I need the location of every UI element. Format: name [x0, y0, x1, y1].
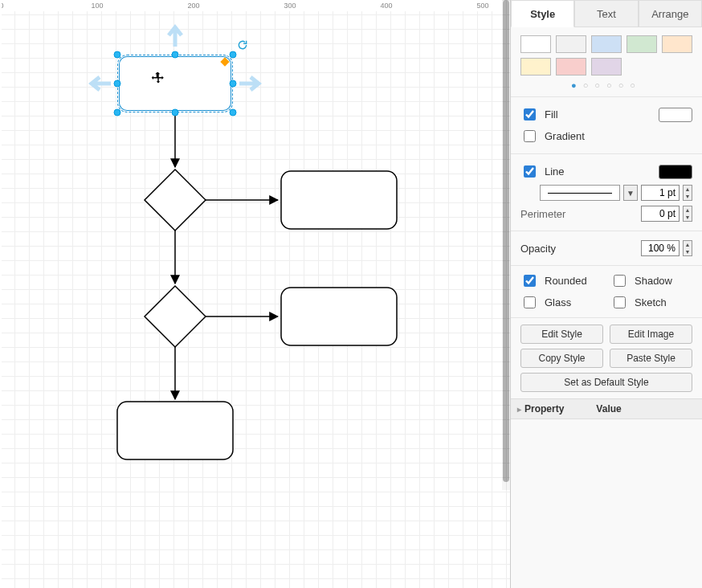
ghost-arrow-left-icon[interactable] — [87, 74, 111, 96]
process-shape[interactable] — [281, 171, 397, 229]
resize-handle-ne[interactable] — [230, 51, 237, 59]
paste-style-button[interactable]: Paste Style — [610, 349, 692, 368]
perimeter-input[interactable] — [641, 206, 680, 222]
perimeter-stepper[interactable]: ▲▼ — [683, 206, 692, 222]
copy-style-button[interactable]: Copy Style — [520, 349, 603, 368]
opacity-input[interactable] — [641, 240, 680, 256]
resize-handle-se[interactable] — [230, 109, 237, 116]
property-header-label: Property — [517, 403, 564, 414]
value-header-label: Value — [564, 403, 696, 414]
rounded-checkbox[interactable] — [524, 275, 536, 287]
swatch[interactable] — [591, 58, 622, 76]
gradient-label: Gradient — [545, 130, 585, 142]
resize-handle-w[interactable] — [114, 80, 121, 88]
line-style-dropdown-icon[interactable]: ▼ — [623, 185, 638, 201]
line-width-stepper[interactable]: ▲▼ — [683, 185, 692, 201]
glass-checkbox[interactable] — [524, 296, 536, 308]
resize-handle-s[interactable] — [172, 109, 179, 116]
decision-shape[interactable] — [145, 169, 206, 231]
swatch-page-dots[interactable]: ●○○○○○ — [511, 77, 702, 96]
swatch-next-icon[interactable]: ❯ — [697, 48, 702, 63]
property-table-header[interactable]: Property Value — [511, 398, 702, 419]
resize-handle-nw[interactable] — [114, 51, 121, 59]
gradient-checkbox[interactable] — [524, 130, 536, 142]
ruler-top: 0 100 200 300 400 500 — [0, 0, 502, 11]
ruler-tick: 200 — [187, 2, 199, 10]
ghost-arrow-right-icon[interactable] — [239, 74, 263, 96]
sketch-checkbox[interactable] — [614, 296, 626, 308]
format-panel: Style Text Arrange ❮ ❯ ●○○○○○ Fill — [511, 0, 702, 588]
resize-handle-e[interactable] — [230, 80, 237, 88]
line-label: Line — [545, 165, 565, 178]
set-default-style-button[interactable]: Set as Default Style — [520, 373, 692, 392]
shadow-checkbox[interactable] — [614, 275, 626, 287]
process-shape[interactable] — [281, 288, 397, 345]
swatch[interactable] — [520, 58, 551, 76]
move-cursor-icon — [151, 71, 165, 90]
fill-checkbox[interactable] — [524, 108, 536, 120]
fill-label: Fill — [545, 108, 558, 120]
ruler-tick: 400 — [380, 2, 392, 10]
resize-handle-n[interactable] — [172, 51, 179, 59]
swatch[interactable] — [591, 35, 622, 53]
canvas[interactable]: 0 100 200 300 400 500 — [0, 0, 511, 588]
swatch[interactable] — [556, 58, 586, 76]
tab-text[interactable]: Text — [574, 0, 638, 27]
line-style-select[interactable] — [540, 185, 620, 201]
line-width-input[interactable] — [641, 185, 680, 201]
rotate-handle[interactable] — [237, 39, 248, 51]
rounded-label: Rounded — [545, 275, 587, 287]
ghost-arrow-up-icon[interactable] — [165, 22, 185, 49]
swatch[interactable] — [626, 35, 657, 53]
glass-label: Glass — [545, 296, 571, 308]
swatch[interactable] — [662, 35, 692, 53]
ruler-left — [0, 0, 2, 588]
scrollbar-vertical[interactable] — [502, 0, 510, 490]
line-color-chip[interactable] — [659, 165, 692, 179]
tabs: Style Text Arrange — [511, 0, 702, 27]
process-shape[interactable] — [117, 402, 233, 459]
sketch-label: Sketch — [635, 296, 667, 308]
ruler-tick: 100 — [91, 2, 103, 10]
selected-shape[interactable] — [117, 55, 233, 112]
edit-style-button[interactable]: Edit Style — [520, 325, 603, 344]
ruler-tick: 500 — [476, 2, 488, 10]
tab-arrange[interactable]: Arrange — [639, 0, 702, 27]
resize-handle-sw[interactable] — [114, 109, 121, 116]
swatch-palette — [520, 35, 692, 76]
ruler-tick: 300 — [284, 2, 296, 10]
tab-style[interactable]: Style — [511, 0, 574, 27]
perimeter-label: Perimeter — [520, 208, 565, 220]
opacity-stepper[interactable]: ▲▼ — [683, 240, 692, 256]
opacity-label: Opacity — [520, 243, 556, 255]
edit-image-button[interactable]: Edit Image — [610, 325, 692, 344]
swatch[interactable] — [520, 35, 551, 53]
fill-color-chip[interactable] — [659, 108, 692, 122]
shadow-label: Shadow — [635, 275, 672, 287]
swatch[interactable] — [556, 35, 586, 53]
decision-shape[interactable] — [145, 286, 206, 347]
line-checkbox[interactable] — [524, 165, 536, 178]
